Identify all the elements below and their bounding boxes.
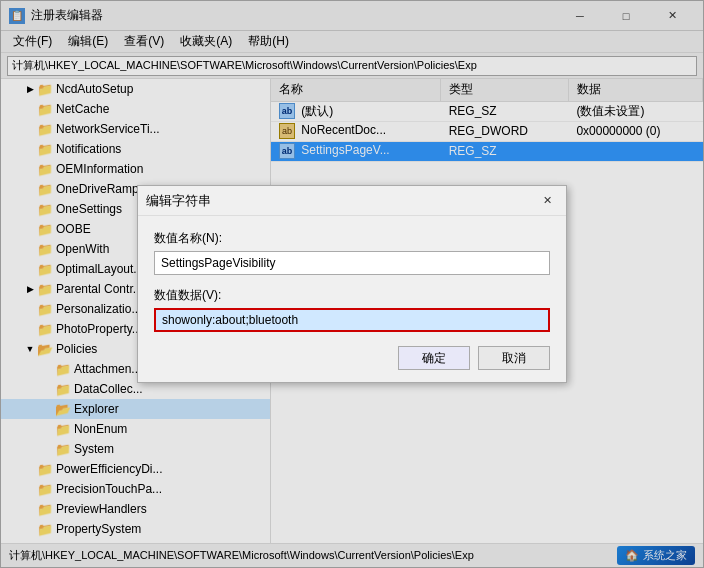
data-field-input[interactable] xyxy=(154,308,550,332)
main-window: 📋 注册表编辑器 ─ □ ✕ 文件(F) 编辑(E) 查看(V) 收藏夹(A) … xyxy=(0,0,704,568)
dialog-buttons: 确定 取消 xyxy=(154,346,550,370)
name-field-label: 数值名称(N): xyxy=(154,230,550,247)
dialog-title-bar: 编辑字符串 ✕ xyxy=(138,186,566,216)
ok-button[interactable]: 确定 xyxy=(398,346,470,370)
data-field-label: 数值数据(V): xyxy=(154,287,550,304)
dialog-title: 编辑字符串 xyxy=(146,192,536,210)
edit-string-dialog: 编辑字符串 ✕ 数值名称(N): 数值数据(V): 确定 取消 xyxy=(137,185,567,383)
dialog-close-button[interactable]: ✕ xyxy=(536,190,558,212)
cancel-button[interactable]: 取消 xyxy=(478,346,550,370)
name-field-input[interactable] xyxy=(154,251,550,275)
dialog-body: 数值名称(N): 数值数据(V): 确定 取消 xyxy=(138,216,566,382)
dialog-overlay: 编辑字符串 ✕ 数值名称(N): 数值数据(V): 确定 取消 xyxy=(1,1,703,567)
